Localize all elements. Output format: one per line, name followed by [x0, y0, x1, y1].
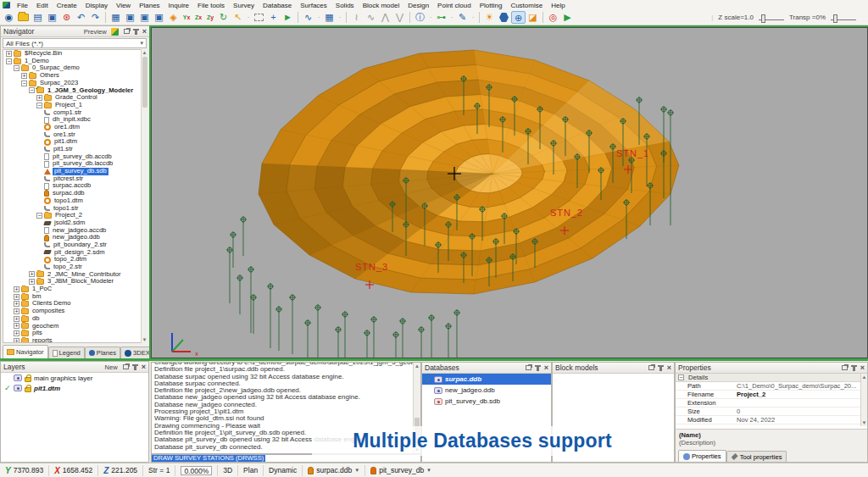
tab-tool-properties[interactable]: Tool properties	[726, 451, 787, 462]
axis-yx-icon[interactable]: Yx	[181, 14, 192, 20]
preview-label[interactable]: Preview	[84, 28, 107, 36]
float-panel-icon[interactable]	[124, 29, 130, 34]
record-icon[interactable]: ◎	[546, 11, 560, 24]
dropdown-arrow-icon[interactable]: ·	[245, 11, 252, 24]
mode-3d[interactable]: 3D	[218, 465, 238, 476]
expand-icon[interactable]: +	[29, 279, 35, 285]
table-icon[interactable]: ▦	[322, 11, 337, 24]
dropdown-arrow-icon[interactable]: ·	[448, 11, 455, 24]
mode-dynamic[interactable]: Dynamic	[264, 465, 303, 476]
close-panel-icon[interactable]: ×	[667, 363, 671, 372]
menu-inquire[interactable]: Inquire	[164, 2, 193, 9]
close-panel-icon[interactable]: ×	[544, 363, 548, 372]
monitor-icon[interactable]: ▣	[123, 11, 137, 24]
navigator-scrollbar[interactable]: ▲ ▼	[141, 49, 147, 343]
rotate-icon[interactable]: ↻	[216, 11, 231, 24]
tab-legend[interactable]: Legend	[48, 347, 85, 358]
expand-icon[interactable]: +	[14, 338, 19, 343]
tab-properties[interactable]: Properties	[678, 450, 726, 462]
menu-plotting[interactable]: Plotting	[476, 2, 507, 9]
collapse-icon[interactable]: −	[21, 80, 27, 86]
tree-item-clients-demo[interactable]: +Clients Demo	[3, 300, 146, 308]
globe-icon[interactable]: ◉	[2, 11, 16, 24]
collapse-icon[interactable]: −	[14, 65, 19, 71]
dropdown-arrow-icon[interactable]: ·	[337, 11, 343, 24]
menu-help[interactable]: Help	[547, 2, 569, 9]
visibility-eye-icon[interactable]	[14, 385, 22, 391]
save-icon[interactable]: ▤	[31, 11, 45, 24]
pencil-icon[interactable]: ✎	[455, 11, 470, 24]
property-row[interactable]: PathC:\1_Demo\0_Surpac_demo\Surpac_20...	[676, 382, 867, 391]
grid-icon[interactable]: ▦	[108, 11, 123, 24]
active-database-1[interactable]: surpac.ddb▼	[303, 465, 365, 476]
monitor-icon[interactable]: ▣	[152, 11, 166, 24]
collapse-icon[interactable]: −	[29, 87, 35, 93]
tree-item-pits[interactable]: +pits	[3, 330, 146, 337]
expand-icon[interactable]: +	[14, 286, 19, 292]
axis-zy-icon[interactable]: Zy	[204, 14, 216, 20]
new-layer-button[interactable]: New	[105, 363, 118, 371]
file-filter-dropdown[interactable]: All Files (*.*) ▾	[3, 38, 147, 48]
menu-surfaces[interactable]: Surfaces	[296, 2, 331, 9]
close-panel-icon[interactable]: ×	[142, 363, 146, 371]
pin-panel-icon[interactable]	[659, 365, 662, 371]
zoom-percent[interactable]: 0.000%	[175, 465, 218, 476]
close-panel-icon[interactable]: ×	[860, 363, 865, 372]
nodes-icon[interactable]: ∿	[301, 11, 315, 24]
sun-icon[interactable]: ☀	[482, 11, 497, 24]
monitor-icon[interactable]: ▣	[137, 11, 152, 24]
database-row-surpac-ddb[interactable]: ✓surpac.ddb	[422, 374, 551, 385]
database-check-icon[interactable]: ✓	[425, 375, 431, 384]
menu-edit[interactable]: Edit	[32, 2, 53, 9]
pin-panel-icon[interactable]	[853, 365, 855, 371]
expand-icon[interactable]: +	[14, 330, 19, 336]
tab-planes[interactable]: Planes	[85, 347, 120, 358]
render-icon[interactable]: ◪	[526, 11, 540, 24]
folder-icon[interactable]	[18, 14, 29, 21]
expand-icon[interactable]: +	[21, 73, 27, 79]
pin-panel-icon[interactable]	[135, 29, 137, 35]
tree-item-reports[interactable]: +reports	[3, 337, 146, 343]
fit-icon[interactable]: ►	[281, 11, 295, 24]
database-row-pit-survey-db-sdb[interactable]: pit_survey_db.sdb	[422, 396, 551, 407]
property-row[interactable]: Extension	[676, 399, 867, 408]
lock-icon[interactable]	[25, 377, 31, 382]
dropdown-arrow-icon[interactable]: ·	[470, 11, 476, 24]
scroll-up-icon[interactable]: ▲	[861, 374, 867, 380]
dropdown-arrow-icon[interactable]: ·	[315, 11, 322, 24]
play-icon[interactable]: ▶	[560, 11, 575, 24]
menu-point-cloud[interactable]: Point cloud	[433, 2, 476, 9]
reset-icon[interactable]: ⊛	[59, 11, 74, 24]
tree-item-pit1-dtm[interactable]: pit1.dtm	[3, 138, 146, 146]
layer-row[interactable]: main graphics layer	[1, 373, 148, 383]
collapse-icon[interactable]: −	[36, 213, 42, 219]
float-panel-icon[interactable]	[842, 365, 848, 370]
visibility-eye-icon[interactable]	[434, 376, 442, 383]
undo-icon[interactable]: ↶	[74, 11, 88, 24]
menu-survey[interactable]: Survey	[229, 2, 259, 9]
target-icon[interactable]: ◈	[166, 11, 181, 24]
expand-icon[interactable]: +	[29, 271, 35, 277]
preview-brush-icon[interactable]	[111, 28, 119, 36]
hex-icon[interactable]	[499, 13, 509, 22]
mode-plan[interactable]: Plan	[238, 465, 264, 476]
pin-panel-icon[interactable]	[537, 365, 539, 371]
tree-item-db[interactable]: +db	[3, 315, 146, 323]
scroll-down-icon[interactable]: ▼	[142, 337, 147, 342]
menu-planes[interactable]: Planes	[135, 2, 164, 9]
menu-file-tools[interactable]: File tools	[193, 2, 229, 9]
cursor-icon[interactable]: ↖	[231, 11, 245, 24]
tab-navigator[interactable]: Navigator	[3, 345, 48, 358]
expand-icon[interactable]: +	[14, 294, 19, 300]
curve1-icon[interactable]: ≀	[349, 11, 364, 24]
tree-item-composites[interactable]: +composites	[3, 308, 146, 315]
node2-icon[interactable]: ⊶	[434, 11, 448, 24]
marquee-icon[interactable]	[254, 14, 264, 21]
curve2-icon[interactable]: ∿	[364, 11, 378, 24]
menu-create[interactable]: Create	[53, 2, 81, 9]
close-panel-icon[interactable]: ×	[142, 27, 147, 36]
scroll-up-icon[interactable]: ▲	[142, 50, 147, 55]
float-panel-icon[interactable]	[123, 364, 129, 369]
z-scale-slider[interactable]	[759, 14, 784, 21]
float-panel-icon[interactable]	[526, 365, 531, 370]
